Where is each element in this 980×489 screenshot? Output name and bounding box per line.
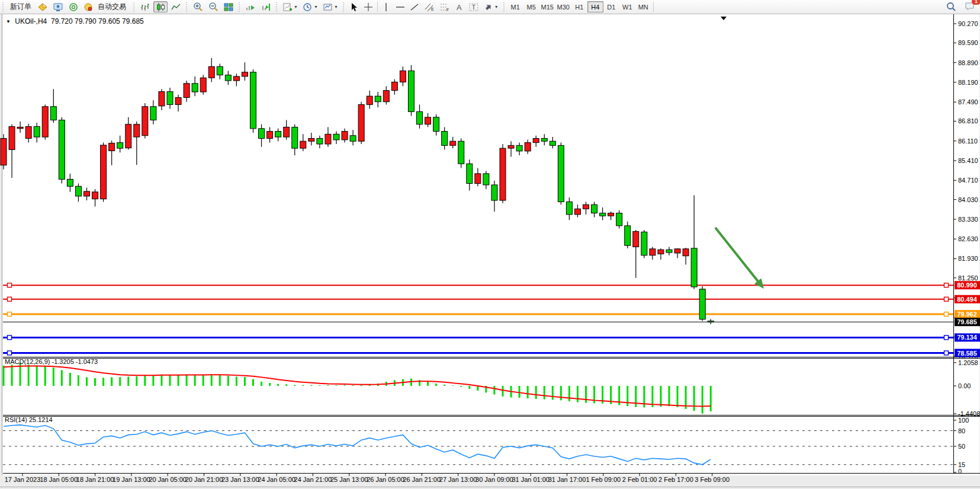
- toolbar-grip[interactable]: [2, 2, 5, 12]
- svg-text:23 Jan 13:00: 23 Jan 13:00: [221, 476, 259, 483]
- chart-canvas[interactable]: 90.27089.59088.89088.19087.49086.81086.1…: [0, 14, 980, 489]
- collapse-triangle-icon[interactable]: ▼: [6, 19, 11, 24]
- timeframe-w1-button[interactable]: W1: [619, 1, 635, 12]
- svg-text:31 Jan 17:00: 31 Jan 17:00: [548, 476, 586, 483]
- svg-text:25 Jan 13:00: 25 Jan 13:00: [330, 476, 368, 483]
- svg-text:F: F: [446, 8, 449, 12]
- svg-text:85.410: 85.410: [958, 157, 978, 164]
- svg-text:17 Jan 2023: 17 Jan 2023: [5, 476, 41, 483]
- svg-text:E: E: [431, 7, 434, 11]
- svg-text:A: A: [457, 3, 462, 12]
- timeframe-d1-button[interactable]: D1: [603, 1, 619, 12]
- toolbar: 新订单 自动交易: [0, 0, 980, 14]
- svg-text:20 Jan 05:00: 20 Jan 05:00: [149, 476, 187, 483]
- chart-symbol-period: UKOil-,H4: [15, 17, 47, 25]
- svg-text:86.110: 86.110: [958, 138, 978, 145]
- dropdown-caret-icon: ▼: [494, 5, 499, 9]
- line-chart-mode-icon[interactable]: [169, 1, 183, 12]
- arrows-tool-button[interactable]: ▼: [482, 1, 500, 12]
- svg-text:88.890: 88.890: [958, 59, 978, 66]
- dropdown-caret-icon: ▼: [294, 5, 298, 9]
- svg-text:79.685: 79.685: [957, 318, 977, 325]
- timeframe-m1-button[interactable]: M1: [507, 1, 523, 12]
- timeframe-m30-button[interactable]: M30: [555, 1, 571, 12]
- timeframe-mn-button[interactable]: MN: [635, 1, 651, 12]
- periods-button[interactable]: ▼: [301, 1, 320, 12]
- svg-text:0.00: 0.00: [958, 382, 971, 389]
- gold-asset-icon[interactable]: [36, 1, 50, 12]
- svg-text:24 Jan 21:00: 24 Jan 21:00: [294, 476, 332, 483]
- search-icon[interactable]: [944, 1, 958, 12]
- chart-title: ▼ UKOil-,H4 79.720 79.790 79.605 79.685: [6, 17, 144, 25]
- auto-scroll-icon[interactable]: [243, 1, 258, 12]
- cursor-tool-icon[interactable]: [348, 1, 361, 12]
- new-chart-button[interactable]: ▼: [281, 1, 300, 12]
- svg-text:24 Jan 05:00: 24 Jan 05:00: [258, 476, 295, 483]
- label-tool-icon[interactable]: T: [467, 1, 481, 12]
- svg-text:1.2058: 1.2058: [958, 359, 978, 366]
- svg-text:30 Jan 09:00: 30 Jan 09:00: [475, 476, 513, 483]
- toolbar-grip[interactable]: [185, 2, 188, 12]
- horizontal-line-tool-icon[interactable]: [394, 1, 407, 12]
- svg-text:84.710: 84.710: [958, 177, 978, 184]
- terminal-icon[interactable]: [51, 1, 65, 12]
- svg-text:18 Jan 21:00: 18 Jan 21:00: [76, 476, 114, 483]
- svg-text:79.962: 79.962: [957, 311, 977, 318]
- svg-text:80: 80: [958, 427, 965, 434]
- chart-ohlc-values: 79.720 79.790 79.605 79.685: [51, 17, 144, 25]
- svg-text:27 Jan 13:00: 27 Jan 13:00: [439, 476, 477, 483]
- svg-text:31 Jan 01:00: 31 Jan 01:00: [512, 476, 550, 483]
- svg-text:18 Jan 05:00: 18 Jan 05:00: [40, 476, 78, 483]
- autotrading-label: 自动交易: [95, 2, 128, 12]
- text-tool-icon[interactable]: A: [453, 1, 465, 12]
- templates-button[interactable]: ▼: [321, 1, 340, 12]
- new-order-button[interactable]: 新订单: [7, 1, 34, 12]
- toolbar-grip[interactable]: [275, 2, 278, 12]
- trading-terminal-window: 新订单 自动交易: [0, 0, 980, 489]
- fibonacci-tool-icon[interactable]: F: [438, 1, 452, 12]
- notifications-button[interactable]: 1: [965, 1, 976, 13]
- svg-text:83.330: 83.330: [958, 216, 978, 223]
- chart-window: 90.27089.59088.89088.19087.49086.81086.1…: [0, 14, 980, 489]
- toolbar-grip[interactable]: [342, 2, 345, 12]
- svg-text:80.990: 80.990: [957, 282, 977, 289]
- autotrading-button[interactable]: 自动交易: [82, 1, 130, 12]
- svg-text:50: 50: [958, 443, 965, 450]
- svg-text:26 Jan 05:00: 26 Jan 05:00: [367, 476, 404, 483]
- signal-broadcast-icon[interactable]: [66, 1, 81, 12]
- zoom-out-icon[interactable]: [206, 1, 220, 12]
- svg-text:81.930: 81.930: [958, 255, 978, 262]
- tile-windows-icon[interactable]: [221, 1, 236, 12]
- svg-text:78.585: 78.585: [957, 350, 977, 357]
- chart-shift-icon[interactable]: [259, 1, 273, 12]
- timeframe-m15-button[interactable]: M15: [539, 1, 555, 12]
- svg-text:82.630: 82.630: [958, 235, 978, 242]
- trendline-tool-icon[interactable]: [408, 1, 421, 12]
- toolbar-grip[interactable]: [238, 2, 241, 12]
- crosshair-tool-icon[interactable]: [362, 1, 375, 12]
- timeframe-h1-button[interactable]: H1: [571, 1, 587, 12]
- toolbar-grip[interactable]: [503, 2, 506, 12]
- bar-chart-mode-icon[interactable]: [138, 1, 152, 12]
- toolbar-grip[interactable]: [133, 2, 136, 12]
- zoom-in-icon[interactable]: [191, 1, 205, 12]
- svg-text:1 Feb 09:00: 1 Feb 09:00: [586, 476, 621, 483]
- rsi-indicator-label: RSI(14) 25.1214: [5, 416, 53, 423]
- svg-text:88.190: 88.190: [958, 79, 978, 86]
- svg-text:79.134: 79.134: [957, 334, 978, 341]
- channel-tool-icon[interactable]: E: [422, 1, 436, 12]
- svg-text:2 Feb 17:00: 2 Feb 17:00: [658, 476, 693, 483]
- svg-text:T: T: [471, 4, 475, 11]
- candlestick-mode-icon[interactable]: [153, 1, 168, 12]
- vertical-line-tool-icon[interactable]: [380, 1, 393, 12]
- timeframe-h4-button[interactable]: H4: [587, 1, 603, 12]
- svg-text:86.810: 86.810: [958, 117, 978, 124]
- svg-text:81.250: 81.250: [958, 274, 978, 282]
- svg-text:89.590: 89.590: [958, 39, 978, 46]
- dropdown-caret-icon: ▼: [314, 5, 318, 9]
- svg-text:90.270: 90.270: [958, 20, 978, 27]
- svg-text:15: 15: [958, 461, 965, 468]
- svg-text:84.030: 84.030: [958, 196, 978, 203]
- dropdown-caret-icon: ▼: [334, 5, 338, 9]
- timeframe-m5-button[interactable]: M5: [523, 1, 539, 12]
